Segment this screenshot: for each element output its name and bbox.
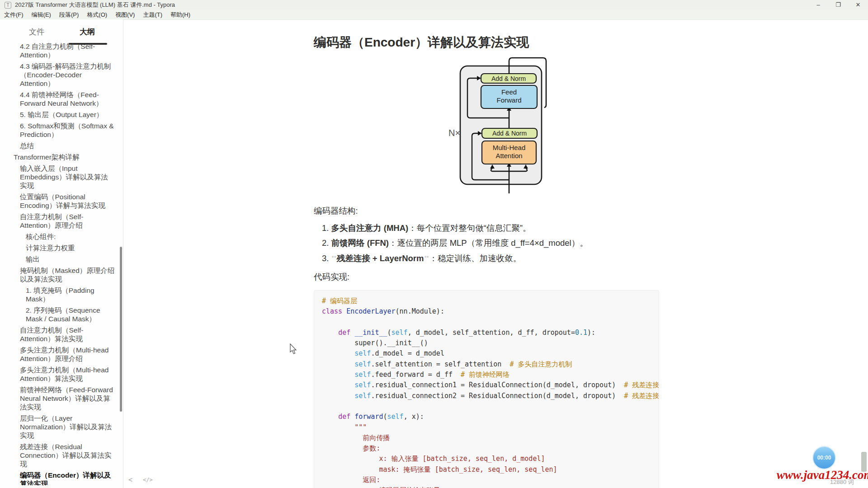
code-line: 编码器层的输出张量 [322,485,651,488]
menu-item[interactable]: 编辑(E) [28,11,55,19]
outline-item[interactable]: 多头注意力机制（Multi-head Attention）原理介绍 [0,346,115,363]
code-line: x: 输入张量 [batch_size, seq_len, d_model] [322,454,651,464]
mouse-cursor-icon [289,343,298,355]
svg-text:Multi-Head: Multi-Head [493,144,526,151]
code-line: """ [322,422,651,433]
svg-text:Add & Norm: Add & Norm [492,130,527,137]
code-line: def forward(self, x): [322,412,651,422]
outline-item[interactable]: 计算注意力权重 [0,244,115,252]
multi-head-attention-box: Multi-Head Attention [482,141,536,164]
outline-list: 4.2 自注意力机制（Self-Attention）4.3 编码器-解码器注意力… [0,42,118,485]
code-line [322,317,651,328]
typora-window: T 2027版 Transformer 大语言模型 (LLM) 基石 课件.md… [0,0,868,488]
sidebar-tabs: 文件 大纲 [0,25,123,41]
svg-text:Attention: Attention [495,152,522,160]
svg-text:Feed: Feed [501,88,517,96]
tab-files[interactable]: 文件 [29,27,44,37]
outline-item[interactable]: 位置编码（Positional Encoding）详解与算法实现 [0,192,115,210]
menu-item[interactable]: 主题(T) [139,11,166,19]
feed-forward-box: Feed Forward [481,85,537,108]
code-line: self.feed_forward = d_ff # 前馈神经网络 [322,370,651,380]
main-scrollbar-thumb[interactable] [861,452,867,472]
code-line: mask: 掩码张量 [batch_size, seq_len, seq_len… [322,465,651,475]
menu-item[interactable]: 帮助(H) [166,11,194,19]
timer-widget[interactable]: 00:00 [812,446,836,469]
svg-text:Forward: Forward [496,96,521,104]
word-count: 12880 词 [830,478,854,486]
code-line: 参数: [322,443,651,454]
code-line: super().__init__() [322,338,651,348]
outline-item[interactable]: 4.2 自注意力机制（Self-Attention） [0,42,115,59]
list-item: 1. 多头自注意力 (MHA)：每个位置对整句做“信息汇聚”。 [314,221,675,235]
svg-text:Add & Norm: Add & Norm [491,75,526,82]
body-list: 1. 多头自注意力 (MHA)：每个位置对整句做“信息汇聚”。2. 前馈网络 (… [314,221,675,266]
outline-item[interactable]: 残差连接（Residual Connection）详解以及算法实现 [0,442,115,468]
document-area: 编码器（Encoder）详解以及算法实现 Add [314,19,675,488]
code-line: self.residual_connection1 = ResidualConn… [322,380,651,390]
outline-item[interactable]: 编码器（Encoder）详解以及算法实现 [0,471,115,485]
outline-item[interactable]: 总结 [0,141,115,150]
menu-item[interactable]: 文件(F) [0,11,28,19]
code-line: 前向传播 [322,433,651,443]
minimize-button[interactable]: – [808,0,828,10]
outline-item[interactable]: 4.3 编码器-解码器注意力机制（Encoder-Decoder Attenti… [0,62,115,88]
titlebar: T 2027版 Transformer 大语言模型 (LLM) 基石 课件.md… [0,0,868,10]
outline-item[interactable]: 输出 [0,255,115,263]
outline-item[interactable]: 前馈神经网络（Feed-Forward Neural Network）详解以及算… [0,385,115,411]
outline-item[interactable]: 2. 序列掩码（Sequence Mask / Causal Mask） [0,306,115,323]
tab-outline[interactable]: 大纲 [80,27,95,37]
code-line: def __init__(self, d_model, self_attenti… [322,328,651,338]
code-line: class EncoderLayer(nn.Module): [322,306,651,317]
encoder-diagram: Add & Norm Feed Forward Add & Norm Multi… [432,52,569,198]
n-times-label: N× [448,128,460,138]
code-line: self.self_attention = self_attention # 多… [322,359,651,370]
code-block: # 编码器层class EncoderLayer(nn.Module): def… [314,290,659,488]
outline-item[interactable]: 4.4 前馈神经网络（Feed-Forward Neural Network） [0,90,115,108]
sidebar-divider [123,19,123,488]
list-item: 2. 前馈网络 (FFN)：逐位置的两层 MLP（常用维度 d_ff=4×d_m… [314,235,675,250]
code-line [322,401,651,412]
outline-item[interactable]: 多头注意力机制（Multi-head Attention）算法实现 [0,366,115,383]
outline-item[interactable]: 自注意力机制（Self-Attention）原理介绍 [0,212,115,230]
outline-item[interactable]: Transformer架构详解 [0,153,115,161]
window-title: 2027版 Transformer 大语言模型 (LLM) 基石 课件.md -… [15,1,175,9]
code-line: 返回: [322,475,651,485]
code-line: # 编码器层 [322,296,651,306]
menu-item[interactable]: 段落(P) [55,11,83,19]
code-line: self.d_model = d_model [322,348,651,359]
add-norm-middle-box: Add & Norm [482,128,537,138]
outline-item[interactable]: 掩码机制（Masked）原理介绍以及算法实现 [0,266,115,283]
window-controls: – ❐ ✕ [808,0,868,10]
sidebar: 文件 大纲 4.2 自注意力机制（Self-Attention）4.3 编码器-… [0,19,123,488]
code-implementation-label: 代码实现: [314,271,675,283]
outline-item[interactable]: 自注意力机制（Self-Attention）算法实现 [0,326,115,343]
menubar: 文件(F)编辑(E)段落(P)格式(O)视图(V)主题(T)帮助(H) [0,10,868,20]
page-title: 编码器（Encoder）详解以及算法实现 [314,34,675,51]
outline-item[interactable]: 输入嵌入层（Input Embeddings）详解以及算法实现 [0,164,115,190]
collapse-sidebar-icon[interactable]: < [128,476,132,484]
menu-item[interactable]: 视图(V) [111,11,139,19]
encoder-structure-label: 编码器结构: [314,205,675,217]
code-line: self.residual_connection2 = ResidualConn… [322,391,651,401]
list-item: 3. **残差连接 + LayerNorm**：稳定训练、加速收敛。 [314,250,675,266]
source-code-mode-icon[interactable]: </> [143,477,153,483]
sidebar-scrollbar[interactable] [120,247,122,412]
outline-item[interactable]: 1. 填充掩码（Padding Mask） [0,286,115,303]
outline-item[interactable]: 5. 输出层（Output Layer） [0,110,115,119]
typora-logo-icon: T [5,2,11,9]
close-button[interactable]: ✕ [848,0,868,10]
outline-item[interactable]: 层归一化（Layer Normalization）详解以及算法实现 [0,414,115,440]
restore-button[interactable]: ❐ [828,0,848,10]
add-norm-top-box: Add & Norm [481,74,536,83]
menu-item[interactable]: 格式(O) [83,11,111,19]
outline-item[interactable]: 核心组件: [0,232,115,241]
watermark-text: www.java1234.com [777,468,868,482]
outline-item[interactable]: 6. Softmax和预测（Softmax & Prediction） [0,122,115,139]
